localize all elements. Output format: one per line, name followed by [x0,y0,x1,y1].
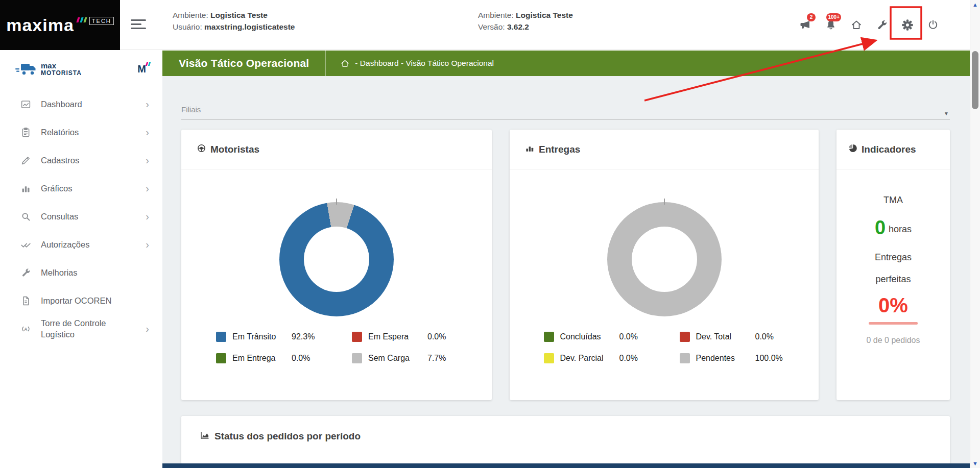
chevron-right-icon: › [146,239,149,251]
pencil-icon [19,155,32,166]
legend-swatch [216,353,226,363]
drivers-icon [197,143,206,155]
double-check-icon [19,239,32,250]
ambiente-label: Ambiente: [173,11,208,19]
motoristas-card: Motoristas Em Trânsito 92.3% Em Espera 0… [181,130,492,400]
page-header: Visão Tático Operacional - Dashboard - V… [162,51,970,76]
power-logout-icon[interactable] [926,0,940,50]
legend-item: Em Entrega 0.0% [216,353,321,363]
max-motorista-logo: max MOTORISTA M [0,51,162,85]
menu-toggle-icon[interactable] [131,19,146,31]
usuario-value: maxstring.logisticateste [204,22,295,31]
sidebar-item-consultas[interactable]: Consultas › [0,203,162,231]
area-chart-icon [200,430,210,442]
legend-item: Sem Carga 7.7% [352,353,457,363]
scroll-up-arrow[interactable]: ▲ [970,1,980,9]
filiais-label: Filiais [181,105,201,114]
dashboard-icon [19,99,32,110]
pie-chart-icon [848,143,857,155]
svg-text:A: A [24,327,28,332]
sidebar-item-dashboard[interactable]: Dashboard › [0,90,162,118]
breadcrumb: - Dashboard - Visão Tático Operacional [355,59,494,68]
ambiente-label: Ambiente: [478,11,514,19]
chevron-right-icon: › [146,98,149,110]
scrollbar-thumb[interactable] [972,51,978,109]
brand-text: maxima [6,16,74,34]
wrench-icon[interactable] [875,0,889,50]
percent-underline [869,322,918,325]
sidebar-item-autorizacoes[interactable]: Autorizações › [0,231,162,259]
sidebar-logo-line2: MOTORISTA [41,70,82,77]
deliveries-icon [525,143,535,155]
sidebar-item-melhorias[interactable]: Melhorias [0,259,162,287]
sidebar-item-graficos[interactable]: Gráficos › [0,175,162,203]
versao-value: 3.62.2 [507,22,529,31]
header-divider [325,51,326,76]
card-title: Indicadores [862,144,916,155]
dashboard-cards-row: Motoristas Em Trânsito 92.3% Em Espera 0… [181,130,950,400]
legend-item: Em Espera 0.0% [352,332,457,342]
indicadores-card: Indicadores TMA 0horas Entregas perfeita… [836,130,950,400]
legend-swatch [680,332,690,342]
vertical-scrollbar[interactable]: ▲ ▼ [970,0,980,468]
perfect-deliveries-line2: perfeitas [836,274,950,285]
perfect-deliveries-line1: Entregas [836,252,950,263]
megaphone-badge: 2 [807,13,816,21]
entregas-card: Entregas Concluídas 0.0% Dev. Total 0.0% [510,130,819,400]
chevron-right-icon: › [146,127,149,138]
chevron-right-icon: › [146,323,149,335]
tma-value: 0horas [836,217,950,239]
legend-item: Dev. Total 0.0% [680,332,785,342]
breadcrumb-home-icon[interactable] [340,59,350,68]
legend-item: Dev. Parcial 0.0% [544,353,649,363]
home-icon[interactable] [850,0,863,50]
bar-chart-icon [19,183,32,194]
partial-bottom-element [162,463,970,468]
chevron-right-icon: › [146,155,149,166]
legend-item: Pendentes 100.0% [680,353,785,363]
sidebar-item-cadastros[interactable]: Cadastros › [0,146,162,175]
brand-accent-marks [77,17,86,22]
legend-item: Concluídas 0.0% [544,332,649,342]
motoristas-legend: Em Trânsito 92.3% Em Espera 0.0% Em Entr… [216,332,457,363]
environment-info-left: Ambiente: Logistica Teste Usuário: maxst… [173,9,295,33]
ambiente-value: Logistica Teste [210,11,268,19]
perfect-deliveries-percent: 0% [836,294,950,317]
legend-swatch [680,353,690,363]
sidebar-item-torre-de-controle[interactable]: A Torre de Controle Logístico › [0,315,162,343]
sidebar-item-importar-ocoren[interactable]: Importar OCOREN [0,287,162,315]
chevron-right-icon: › [146,183,149,194]
settings-gear-icon[interactable] [901,0,914,50]
chevron-right-icon: › [146,211,149,223]
environment-info-center: Ambiente: Logistica Teste Versão: 3.62.2 [478,9,573,33]
usuario-label: Usuário: [173,22,202,31]
search-icon [19,211,32,222]
motoristas-donut-chart [279,202,394,316]
card-title: Motoristas [210,144,259,155]
wrench-icon [19,267,32,278]
filiais-select[interactable]: Filiais ▼ [181,105,950,119]
main-content: Visão Tático Operacional - Dashboard - V… [162,51,970,468]
sidebar-menu: Dashboard › Relatórios › Cadastros › Grá… [0,90,162,343]
megaphone-icon[interactable]: 2 [799,0,812,50]
sidebar-item-relatorios[interactable]: Relatórios › [0,118,162,146]
document-icon [19,295,32,306]
topbar-icons: 2 100+ [799,0,940,50]
legend-swatch [216,332,226,342]
brand-tech-text: TECH [89,17,114,25]
legend-swatch [544,353,554,363]
orders-count: 0 de 0 pedidos [836,336,950,345]
truck-icon [15,62,37,76]
mini-m-logo: M [137,63,151,75]
sidebar-logo-line1: max [41,62,82,70]
scroll-down-arrow[interactable]: ▼ [970,459,980,467]
sidebar: max MOTORISTA M Dashboard › Relatórios ›… [0,51,162,468]
entregas-legend: Concluídas 0.0% Dev. Total 0.0% Dev. Par… [544,332,785,363]
legend-item: Em Trânsito 92.3% [216,332,321,342]
entregas-donut-chart [607,202,722,316]
ambiente-value: Logistica Teste [516,11,573,19]
status-pedidos-card: Status dos pedidos por período [181,416,950,464]
notifications-bell-icon[interactable]: 100+ [824,0,838,50]
page-title: Visão Tático Operacional [162,57,325,69]
card-title: Entregas [539,144,580,155]
